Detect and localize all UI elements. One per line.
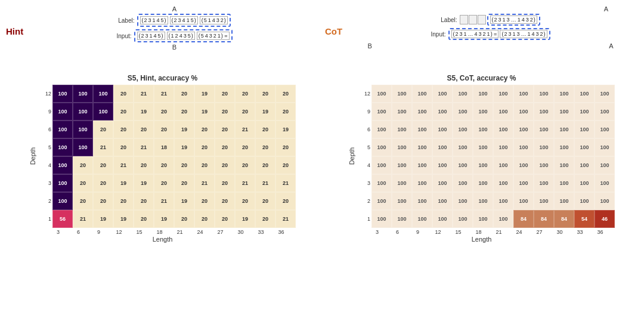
heatmap-cell: 100 [513,138,534,156]
heatmap-cell: 100 [493,138,513,156]
heatmap-cell: 100 [574,174,595,192]
heatmap-cell: 100 [473,85,493,103]
table-row: 6100100100100100100100100100100100100 [357,121,615,138]
x-label: 33 [570,229,590,235]
left-x-axis-title: Length [153,236,173,243]
x-label: 12 [428,229,448,235]
heatmap-cell: 100 [93,103,113,121]
x-label: 30 [231,229,251,235]
heatmap-cell: 19 [275,121,296,138]
heatmap-cell: 100 [595,138,615,156]
heatmap-cell: 20 [113,192,134,210]
x-label: 3 [367,229,388,235]
heatmap-cell: 19 [255,103,275,121]
heatmap-cell: 20 [275,103,296,121]
heatmap-cell: 100 [52,192,73,210]
table-row: 31002020191920202120212121 [38,174,296,192]
x-label: 12 [109,229,129,235]
x-label: 33 [251,229,271,235]
heatmap-cell: 100 [52,85,73,103]
heatmap-cell: 100 [554,138,574,156]
heatmap-cell: 20 [93,121,113,138]
left-b-label: B [172,44,177,51]
heatmap-cell: 20 [255,121,275,138]
x-label: 36 [590,229,611,235]
left-heatmap-title: S5, Hint, accuracy % [128,74,197,82]
heatmap-cell: 100 [371,121,392,138]
left-heatmap-grid: 1210010010020212120192020202091001001002… [38,85,296,228]
heatmap-cell: 20 [194,210,215,228]
heatmap-cell: 20 [255,210,275,228]
heatmap-cell: 20 [113,85,134,103]
heatmap-cell: 100 [473,156,493,174]
heatmap-cell: 100 [73,103,93,121]
row-label: 4 [38,162,51,168]
right-heatmap: S5, CoT, accuracy % Depth 12100100100100… [325,74,638,310]
heatmap-cell: 100 [392,103,412,121]
row-label: 1 [357,216,370,222]
heatmap-cell: 20 [154,156,174,174]
heatmap-cell: 100 [371,85,392,103]
heatmap-cell: 100 [574,103,595,121]
heatmap-cell: 100 [52,156,73,174]
heatmap-cell: 19 [113,210,134,228]
heatmap-cell: 54 [574,210,595,228]
table-row: 12100100100100100100100100100100100100 [357,85,615,103]
heatmap-cell: 46 [595,210,615,228]
heatmap-cell: 20 [215,103,235,121]
heatmap-cell: 20 [215,210,235,228]
heatmap-cell: 19 [174,138,194,156]
heatmap-cell: 100 [412,174,432,192]
table-row: 21002020202021192020202020 [38,192,296,210]
heatmap-cell: 20 [73,174,93,192]
heatmap-cell: 100 [392,85,412,103]
left-panel: Hint A Label: (23145) (23415) (5 [6,5,319,310]
heatmap-cell: 20 [255,156,275,174]
row-label: 12 [357,91,370,97]
heatmap-cell: 19 [134,174,154,192]
heatmap-cell: 20 [215,138,235,156]
heatmap-cell: 100 [371,210,392,228]
table-row: 4100100100100100100100100100100100100 [357,156,615,174]
heatmap-cell: 100 [73,121,93,138]
left-input-prefix: Input: [116,33,131,39]
x-label: 15 [448,229,469,235]
heatmap-cell: 20 [194,121,215,138]
heatmap-cell: 21 [113,156,134,174]
heatmap-cell: 20 [174,85,194,103]
heatmap-cell: 84 [554,210,574,228]
right-a2-label: A [609,42,613,50]
heatmap-cell: 100 [534,174,554,192]
heatmap-cell: 20 [275,156,296,174]
right-panel: CoT A Label: (2313…1432) [325,5,638,310]
heatmap-cell: 100 [554,192,574,210]
x-label: 18 [150,229,170,235]
heatmap-cell: 21 [194,174,215,192]
heatmap-cell: 100 [473,138,493,156]
x-label: 6 [388,229,408,235]
heatmap-cell: 100 [554,174,574,192]
heatmap-cell: 21 [93,138,113,156]
x-label: 6 [69,229,89,235]
heatmap-cell: 21 [275,174,296,192]
x-label: 18 [469,229,489,235]
heatmap-cell: 100 [473,103,493,121]
heatmap-cell: 100 [595,156,615,174]
table-row: 41002020212020202020202020 [38,156,296,174]
heatmap-cell: 19 [93,210,113,228]
heatmap-cell: 20 [93,192,113,210]
heatmap-cell: 100 [513,85,534,103]
heatmap-cell: 100 [595,121,615,138]
heatmap-cell: 100 [432,174,453,192]
table-row: 9100100100100100100100100100100100100 [357,103,615,121]
heatmap-cell: 20 [215,156,235,174]
heatmap-cell: 20 [93,174,113,192]
left-label-prefix: Label: [118,17,134,24]
left-a-label: A [172,5,177,13]
table-row: 510010021202118192020202020 [38,138,296,156]
cot-label: CoT [325,26,342,36]
heatmap-cell: 100 [432,210,453,228]
heatmap-cell: 19 [154,210,174,228]
heatmap-cell: 20 [113,138,134,156]
heatmap-cell: 20 [255,138,275,156]
